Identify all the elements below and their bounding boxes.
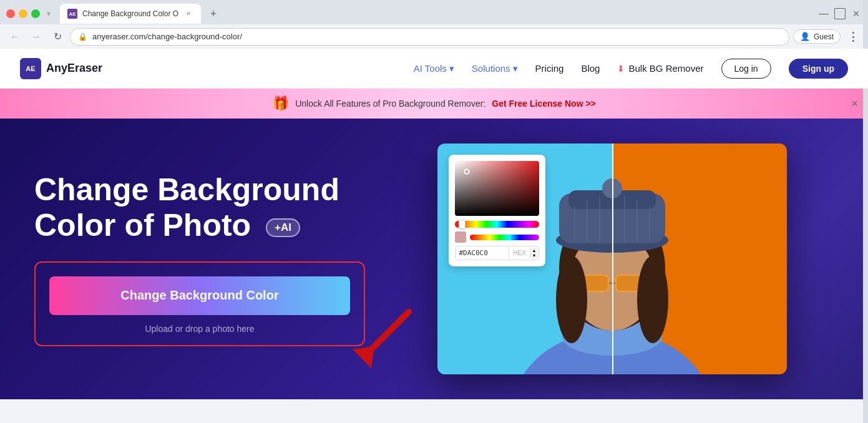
- upload-area: Change Background Color Upload or drop a…: [34, 261, 365, 346]
- window-maximize-btn[interactable]: [834, 8, 846, 19]
- reload-btn[interactable]: ↻: [49, 28, 66, 46]
- logo-icon: AE: [20, 58, 41, 79]
- hero-title: Change Background Color of Photo +AI: [34, 172, 365, 244]
- back-btn[interactable]: ←: [6, 28, 24, 46]
- browser-chrome: ▼ AE Change Background Color O × + — × ←…: [0, 0, 868, 49]
- profile-icon: 👤: [800, 32, 810, 41]
- forward-btn[interactable]: →: [27, 28, 45, 46]
- promo-close-btn[interactable]: ×: [851, 97, 858, 110]
- tab-favicon: AE: [67, 9, 77, 19]
- signup-btn[interactable]: Sign up: [789, 59, 848, 79]
- svg-point-24: [637, 256, 668, 343]
- profile-btn[interactable]: 👤 Guest: [793, 29, 841, 44]
- hex-label: HEX: [509, 247, 530, 259]
- tab-close-btn[interactable]: ×: [183, 9, 193, 19]
- hex-up-btn[interactable]: ▲: [532, 248, 537, 253]
- address-text: anyeraser.com/change-background-color/: [92, 32, 242, 41]
- navbar: AE AnyEraser AI Tools ▾ Solutions ▾ Pric…: [0, 49, 868, 89]
- color-swatch: [455, 231, 466, 243]
- profile-label: Guest: [814, 32, 834, 41]
- nav-solutions[interactable]: Solutions ▾: [472, 63, 518, 74]
- svg-marker-1: [353, 346, 374, 368]
- hex-spinners[interactable]: ▲ ▼: [530, 248, 539, 258]
- window-close-btn[interactable]: ×: [851, 8, 862, 19]
- change-bg-color-btn[interactable]: Change Background Color: [49, 276, 350, 315]
- logo-area[interactable]: AE AnyEraser: [20, 58, 102, 79]
- promo-link[interactable]: Get Free License Now >>: [492, 99, 596, 109]
- address-bar[interactable]: 🔒 anyeraser.com/change-background-color/: [70, 28, 789, 46]
- promo-banner: 🎁 Unlock All Features of Pro Background …: [0, 89, 868, 119]
- active-tab[interactable]: AE Change Background Color O ×: [60, 4, 201, 24]
- hero-left: Change Background Color of Photo +AI Cha…: [34, 172, 365, 346]
- upload-hint: Upload or drop a photo here: [49, 324, 350, 334]
- demo-divider: [612, 143, 613, 374]
- color-gradient-area[interactable]: [455, 161, 539, 216]
- tab-title: Change Background Color O: [82, 9, 178, 18]
- demo-container: #DAC0C0 HEX ▲ ▼: [437, 143, 787, 374]
- color-spectrum-slider[interactable]: [455, 221, 539, 228]
- browser-minimize-btn[interactable]: [19, 9, 27, 18]
- color-picker-panel: #DAC0C0 HEX ▲ ▼: [449, 155, 545, 266]
- promo-text: Unlock All Features of Pro Background Re…: [295, 99, 485, 109]
- hex-down-btn[interactable]: ▼: [532, 253, 537, 258]
- ai-badge: +AI: [266, 218, 300, 237]
- ai-tools-chevron-icon: ▾: [449, 63, 454, 74]
- website: AE AnyEraser AI Tools ▾ Solutions ▾ Pric…: [0, 49, 868, 399]
- login-btn[interactable]: Log in: [721, 59, 771, 79]
- hero-section: Change Background Color of Photo +AI Cha…: [0, 119, 868, 399]
- svg-point-23: [556, 256, 587, 343]
- nav-bulk-remover[interactable]: ⬇ Bulk BG Remover: [617, 63, 703, 74]
- bulk-remover-icon: ⬇: [617, 64, 625, 74]
- spectrum-thumb[interactable]: [459, 220, 466, 229]
- promo-icon: 🎁: [272, 95, 289, 112]
- mini-spectrum: [470, 235, 539, 240]
- nav-blog[interactable]: Blog: [581, 63, 600, 74]
- logo-text: AnyEraser: [46, 62, 102, 75]
- color-picker-cursor: [464, 168, 470, 175]
- red-arrow: [353, 299, 434, 368]
- browser-maximize-btn[interactable]: [31, 9, 40, 18]
- solutions-chevron-icon: ▾: [513, 63, 518, 74]
- nav-ai-tools[interactable]: AI Tools ▾: [414, 63, 454, 74]
- tab-list-btn[interactable]: ▼: [44, 10, 54, 17]
- window-minimize-btn[interactable]: —: [818, 8, 829, 19]
- hex-input-row[interactable]: #DAC0C0 HEX ▲ ▼: [455, 246, 539, 260]
- address-lock-icon: 🔒: [78, 32, 87, 41]
- nav-pricing[interactable]: Pricing: [535, 63, 564, 74]
- new-tab-btn[interactable]: +: [205, 5, 222, 22]
- hero-right: #DAC0C0 HEX ▲ ▼: [390, 143, 834, 374]
- browser-close-btn[interactable]: [6, 9, 15, 18]
- browser-menu-btn[interactable]: ⋮: [844, 28, 862, 46]
- hex-value: #DAC0C0: [456, 246, 509, 260]
